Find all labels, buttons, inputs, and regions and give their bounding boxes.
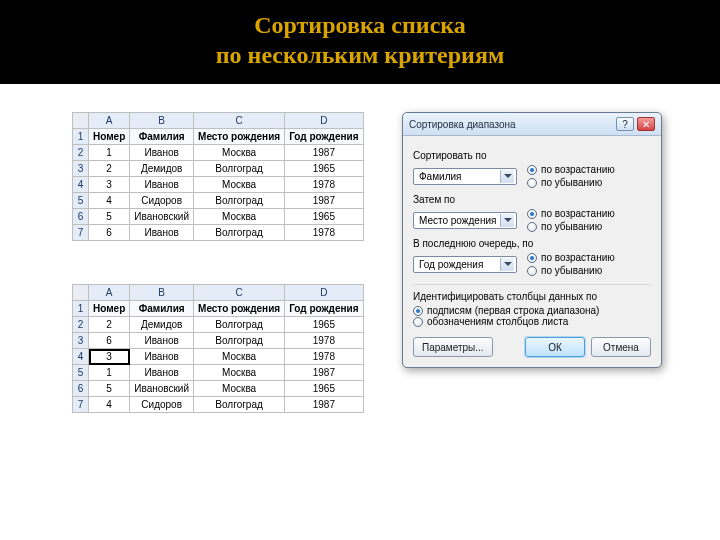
cell: 1987 bbox=[285, 193, 363, 209]
col-B: B bbox=[130, 113, 194, 129]
thenby-asc-radio[interactable]: по возрастанию bbox=[527, 208, 615, 219]
cell: 1 bbox=[89, 145, 130, 161]
cell: Сидоров bbox=[130, 397, 194, 413]
row-4: 4 bbox=[73, 177, 89, 193]
cell: 2 bbox=[89, 317, 130, 333]
title-line-1: Сортировка списка bbox=[8, 10, 712, 40]
dialog-body: Сортировать по Фамилия по возрастанию по… bbox=[403, 136, 661, 367]
cell: 1 bbox=[89, 365, 130, 381]
row-1: 1 bbox=[73, 301, 89, 317]
cell: 6 bbox=[89, 225, 130, 241]
radio-label: по убыванию bbox=[541, 221, 602, 232]
row-1: 1 bbox=[73, 129, 89, 145]
row-7: 7 bbox=[73, 397, 89, 413]
identify-label: Идентифицировать столбцы данных по bbox=[413, 291, 651, 302]
cell: Волгоград bbox=[194, 317, 285, 333]
sortby-desc-radio[interactable]: по убыванию bbox=[527, 177, 615, 188]
cell: Москва bbox=[194, 349, 285, 365]
cell: Волгоград bbox=[194, 333, 285, 349]
radio-label: обозначениям столбцов листа bbox=[427, 316, 568, 327]
hdr-place: Место рождения bbox=[194, 129, 285, 145]
close-icon: ✕ bbox=[642, 119, 650, 130]
thenby-combo[interactable]: Место рождения bbox=[413, 212, 517, 229]
cell: 5 bbox=[89, 209, 130, 225]
col-A: A bbox=[89, 285, 130, 301]
cell: 1965 bbox=[285, 381, 363, 397]
col-B: B bbox=[130, 285, 194, 301]
cell: 1978 bbox=[285, 177, 363, 193]
cell: Ивановский bbox=[130, 209, 194, 225]
row-4: 4 bbox=[73, 349, 89, 365]
divider bbox=[413, 284, 651, 285]
lastby-combo[interactable]: Год рождения bbox=[413, 256, 517, 273]
cell: 1965 bbox=[285, 209, 363, 225]
cell: 1965 bbox=[285, 317, 363, 333]
cell: 1987 bbox=[285, 365, 363, 381]
slide-title-banner: Сортировка списка по нескольким критерия… bbox=[0, 0, 720, 84]
cell: Москва bbox=[194, 177, 285, 193]
cell: 2 bbox=[89, 161, 130, 177]
cell: Сидоров bbox=[130, 193, 194, 209]
hdr-place: Место рождения bbox=[194, 301, 285, 317]
row-2: 2 bbox=[73, 317, 89, 333]
radio-label: по возрастанию bbox=[541, 164, 615, 175]
hdr-year: Год рождения bbox=[285, 129, 363, 145]
col-C: C bbox=[194, 285, 285, 301]
lastby-asc-radio[interactable]: по возрастанию bbox=[527, 252, 615, 263]
radio-icon bbox=[527, 165, 537, 175]
cell: 1987 bbox=[285, 145, 363, 161]
radio-label: по возрастанию bbox=[541, 252, 615, 263]
radio-label: по убыванию bbox=[541, 265, 602, 276]
title-line-2: по нескольким критериям bbox=[8, 40, 712, 70]
col-C: C bbox=[194, 113, 285, 129]
dialog-titlebar[interactable]: Сортировка диапазона ? ✕ bbox=[403, 113, 661, 136]
hdr-surname: Фамилия bbox=[130, 129, 194, 145]
button-label: Параметры... bbox=[422, 342, 484, 353]
cell: 4 bbox=[89, 193, 130, 209]
cell: 1978 bbox=[285, 333, 363, 349]
chevron-down-icon bbox=[500, 214, 514, 227]
hdr-num: Номер bbox=[89, 129, 130, 145]
cell: Иванов bbox=[130, 349, 194, 365]
row-6: 6 bbox=[73, 381, 89, 397]
spreadsheet-before: A B C D 1 Номер Фамилия Место рождения Г… bbox=[72, 112, 364, 241]
cell: 1978 bbox=[285, 349, 363, 365]
row-5: 5 bbox=[73, 365, 89, 381]
button-label: Отмена bbox=[603, 342, 639, 353]
cell: Иванов bbox=[130, 365, 194, 381]
radio-icon bbox=[527, 178, 537, 188]
help-button[interactable]: ? bbox=[616, 117, 634, 131]
sortby-asc-radio[interactable]: по возрастанию bbox=[527, 164, 615, 175]
identify-labels-radio[interactable]: подписям (первая строка диапазона) bbox=[413, 305, 651, 316]
close-button[interactable]: ✕ bbox=[637, 117, 655, 131]
grid-after: A B C D 1 Номер Фамилия Место рождения Г… bbox=[72, 284, 364, 413]
radio-icon bbox=[527, 266, 537, 276]
radio-label: по убыванию bbox=[541, 177, 602, 188]
identify-cols-radio[interactable]: обозначениям столбцов листа bbox=[413, 316, 651, 327]
cell: Иванов bbox=[130, 225, 194, 241]
row-6: 6 bbox=[73, 209, 89, 225]
lastby-label: В последнюю очередь, по bbox=[413, 238, 651, 249]
cell: Ивановский bbox=[130, 381, 194, 397]
lastby-value: Год рождения bbox=[419, 259, 483, 270]
lastby-desc-radio[interactable]: по убыванию bbox=[527, 265, 615, 276]
cell: Москва bbox=[194, 209, 285, 225]
sortby-combo[interactable]: Фамилия bbox=[413, 168, 517, 185]
cell: Москва bbox=[194, 381, 285, 397]
cell: Волгоград bbox=[194, 397, 285, 413]
row-5: 5 bbox=[73, 193, 89, 209]
row-7: 7 bbox=[73, 225, 89, 241]
cell: 1978 bbox=[285, 225, 363, 241]
ok-button[interactable]: ОК bbox=[525, 337, 585, 357]
cancel-button[interactable]: Отмена bbox=[591, 337, 651, 357]
chevron-down-icon bbox=[500, 170, 514, 183]
cell: Волгоград bbox=[194, 161, 285, 177]
params-button[interactable]: Параметры... bbox=[413, 337, 493, 357]
radio-label: подписям (первая строка диапазона) bbox=[427, 305, 599, 316]
thenby-desc-radio[interactable]: по убыванию bbox=[527, 221, 615, 232]
sortby-value: Фамилия bbox=[419, 171, 461, 182]
row-3: 3 bbox=[73, 333, 89, 349]
spreadsheet-after: A B C D 1 Номер Фамилия Место рождения Г… bbox=[72, 284, 364, 413]
cell-selected: 3 bbox=[89, 349, 130, 365]
radio-icon bbox=[527, 222, 537, 232]
